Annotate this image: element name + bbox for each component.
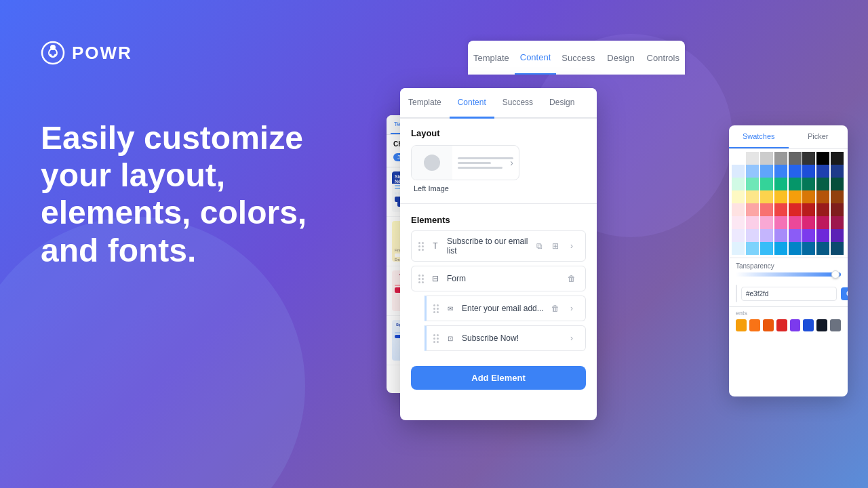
color-swatch[interactable] [760, 152, 773, 165]
color-swatch[interactable] [789, 190, 802, 203]
content-tab-content[interactable]: Content [450, 88, 494, 119]
color-swatch[interactable] [732, 203, 745, 216]
content-tab-design[interactable]: Design [541, 88, 583, 117]
color-swatch[interactable] [802, 190, 815, 203]
color-swatch[interactable] [774, 165, 787, 178]
element-delete-btn[interactable]: 🗑 [565, 272, 578, 285]
color-swatch[interactable] [816, 152, 829, 165]
recent-color-swatch[interactable] [790, 319, 801, 331]
add-element-button[interactable]: Add Element [411, 366, 586, 390]
color-swatch[interactable] [760, 203, 773, 216]
element-item-subscribe-btn[interactable]: ⊡ Subscribe Now! › [425, 325, 586, 351]
tab-content[interactable]: Content [515, 41, 557, 75]
color-swatch[interactable] [802, 216, 815, 229]
color-swatch[interactable] [816, 165, 829, 178]
color-swatch[interactable] [816, 216, 829, 229]
element-item-email-input[interactable]: ✉ Enter your email add... 🗑 › [425, 296, 586, 321]
color-swatch[interactable] [732, 178, 745, 190]
color-swatch[interactable] [774, 203, 787, 216]
color-swatch[interactable] [802, 242, 815, 255]
color-swatch[interactable] [746, 152, 759, 165]
color-swatch[interactable] [802, 203, 815, 216]
color-swatch[interactable] [831, 165, 844, 178]
tab-design[interactable]: Design [600, 41, 641, 75]
element-settings-btn[interactable]: ⊞ [549, 239, 562, 253]
color-swatch[interactable] [760, 165, 773, 178]
color-swatch[interactable] [774, 242, 787, 255]
color-swatch[interactable] [774, 229, 787, 242]
color-swatch[interactable] [802, 165, 815, 178]
email-expand-btn[interactable]: › [565, 302, 578, 315]
color-swatch[interactable] [831, 229, 844, 242]
recent-color-swatch[interactable] [816, 319, 827, 331]
recent-color-swatch[interactable] [749, 319, 760, 331]
color-swatch[interactable] [802, 152, 815, 165]
color-swatch[interactable] [789, 178, 802, 190]
color-tab-swatches[interactable]: Swatches [729, 125, 789, 148]
tab-controls[interactable]: Controls [642, 41, 685, 75]
color-swatch[interactable] [789, 165, 802, 178]
recent-color-swatch[interactable] [776, 319, 787, 331]
color-swatch[interactable] [831, 190, 844, 203]
recent-color-swatch[interactable] [803, 319, 814, 331]
color-swatch[interactable] [746, 242, 759, 255]
color-swatch[interactable] [746, 203, 759, 216]
tab-success[interactable]: Success [556, 41, 600, 75]
element-item-form[interactable]: ⊟ Form 🗑 [411, 266, 586, 291]
color-swatch[interactable] [831, 178, 844, 190]
color-swatch[interactable] [816, 178, 829, 190]
hex-input[interactable] [741, 287, 837, 301]
element-expand-btn[interactable]: › [565, 239, 578, 253]
color-swatch[interactable] [789, 229, 802, 242]
color-swatch[interactable] [816, 203, 829, 216]
color-swatch[interactable] [732, 190, 745, 203]
color-swatch[interactable] [831, 242, 844, 255]
element-copy-btn[interactable]: ⧉ [532, 239, 546, 253]
color-swatch[interactable] [789, 152, 802, 165]
color-swatch[interactable] [732, 229, 745, 242]
color-swatch[interactable] [746, 216, 759, 229]
layout-option[interactable]: › [411, 145, 519, 180]
btn-expand-btn[interactable]: › [565, 331, 578, 345]
color-swatch[interactable] [831, 203, 844, 216]
color-swatch[interactable] [816, 190, 829, 203]
color-swatch[interactable] [732, 152, 745, 165]
color-swatch[interactable] [831, 152, 844, 165]
color-swatch[interactable] [802, 178, 815, 190]
content-tab-success[interactable]: Success [494, 88, 541, 117]
email-delete-btn[interactable]: 🗑 [549, 302, 562, 315]
recent-color-swatch[interactable] [736, 319, 747, 331]
color-swatch[interactable] [760, 216, 773, 229]
color-swatch[interactable] [789, 216, 802, 229]
color-swatch[interactable] [760, 229, 773, 242]
color-swatch[interactable] [760, 178, 773, 190]
color-swatch[interactable] [774, 190, 787, 203]
ok-button[interactable]: OK [841, 287, 848, 300]
color-swatch[interactable] [774, 178, 787, 190]
color-swatch[interactable] [774, 152, 787, 165]
color-swatch[interactable] [816, 229, 829, 242]
color-tab-picker[interactable]: Picker [789, 125, 848, 148]
color-swatch[interactable] [746, 190, 759, 203]
layout-line-1 [458, 157, 513, 159]
color-swatch[interactable] [789, 203, 802, 216]
color-swatch[interactable] [760, 242, 773, 255]
color-swatch[interactable] [816, 242, 829, 255]
color-swatch[interactable] [760, 190, 773, 203]
color-swatch[interactable] [831, 216, 844, 229]
color-swatch[interactable] [732, 242, 745, 255]
content-tab-template[interactable]: Template [400, 88, 450, 117]
color-swatch[interactable] [802, 229, 815, 242]
color-swatch[interactable] [774, 216, 787, 229]
color-swatch[interactable] [746, 229, 759, 242]
color-swatch[interactable] [732, 165, 745, 178]
color-swatch[interactable] [789, 242, 802, 255]
color-swatch[interactable] [746, 165, 759, 178]
color-swatch[interactable] [746, 178, 759, 190]
recent-color-swatch[interactable] [830, 319, 841, 331]
element-item-subscribe-text[interactable]: T Subscribe to our email list ⧉ ⊞ › [411, 230, 586, 262]
tab-template[interactable]: Template [468, 41, 515, 75]
color-swatch[interactable] [732, 216, 745, 229]
recent-color-swatch[interactable] [763, 319, 774, 331]
transparency-slider[interactable] [736, 272, 841, 277]
